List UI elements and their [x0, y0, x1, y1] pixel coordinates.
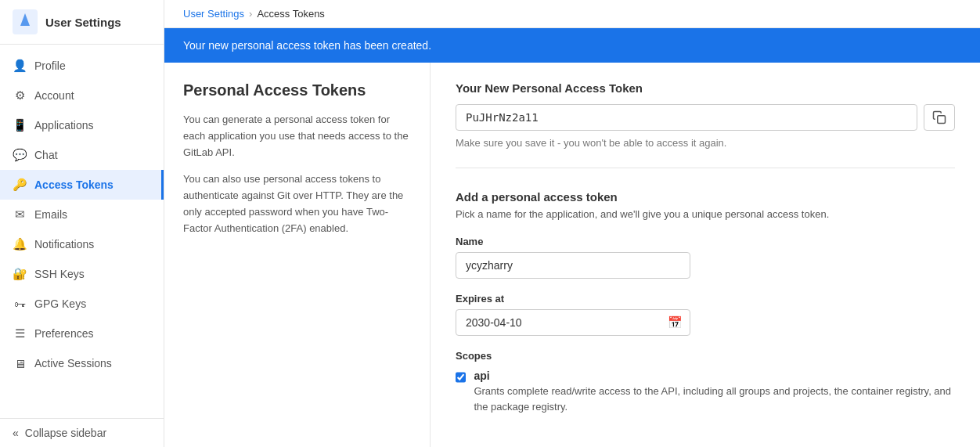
svg-rect-4: [938, 116, 946, 124]
scope-api-checkbox[interactable]: [456, 371, 466, 384]
page-heading: Personal Access Tokens: [183, 81, 411, 99]
access-tokens-icon: 🔑: [13, 178, 27, 192]
sidebar-item-notifications-label: Notifications: [34, 238, 94, 251]
success-banner: Your new personal access token has been …: [164, 28, 980, 63]
description-para1: You can generate a personal access token…: [183, 112, 411, 160]
scope-api-name: api: [474, 369, 955, 382]
scope-api-description: Grants complete read/write access to the…: [474, 384, 955, 414]
banner-message: Your new personal access token has been …: [183, 39, 431, 52]
add-token-heading: Add a personal access token: [456, 190, 955, 204]
scopes-label: Scopes: [456, 350, 955, 362]
preferences-icon: ☰: [13, 326, 27, 341]
date-wrapper: 📅: [456, 309, 690, 336]
sidebar-item-ssh-keys-label: SSH Keys: [34, 268, 85, 280]
breadcrumb-parent-link[interactable]: User Settings: [183, 8, 244, 20]
sidebar-item-emails-label: Emails: [34, 208, 67, 221]
sidebar-item-chat-label: Chat: [34, 149, 58, 161]
account-icon: ⚙: [13, 88, 27, 103]
breadcrumb-current: Access Tokens: [257, 8, 324, 20]
notifications-icon: 🔔: [13, 237, 27, 251]
token-value-input[interactable]: [456, 104, 917, 131]
sidebar-item-applications-label: Applications: [34, 119, 94, 132]
scope-api-item: api Grants complete read/write access to…: [456, 369, 955, 414]
expires-label: Expires at: [456, 293, 955, 305]
sidebar-item-notifications[interactable]: 🔔 Notifications: [0, 229, 164, 259]
copy-token-button[interactable]: [924, 104, 955, 131]
token-input-row: [456, 104, 955, 131]
copy-icon: [932, 110, 946, 124]
gpg-keys-icon: 🗝: [13, 297, 27, 311]
ssh-keys-icon: 🔐: [13, 267, 27, 281]
expires-form-group: Expires at 📅: [456, 293, 955, 336]
token-hint: Make sure you save it - you won't be abl…: [456, 137, 955, 149]
sidebar-item-account[interactable]: ⚙ Account: [0, 81, 164, 110]
right-panel: Your New Personal Access Token Make sure…: [431, 63, 980, 447]
collapse-sidebar-button[interactable]: « Collapse sidebar: [13, 427, 151, 439]
sidebar-item-profile[interactable]: 👤 Profile: [0, 51, 164, 81]
name-input[interactable]: [456, 252, 690, 279]
sidebar-title: User Settings: [45, 16, 121, 29]
sidebar-header: User Settings: [0, 0, 164, 45]
sidebar-item-ssh-keys[interactable]: 🔐 SSH Keys: [0, 259, 164, 289]
new-token-section: Your New Personal Access Token Make sure…: [456, 81, 955, 168]
description-para2: You can also use personal access tokens …: [183, 171, 411, 236]
chat-icon: 💬: [13, 148, 27, 162]
gitlab-logo: [13, 9, 38, 34]
main-content: User Settings › Access Tokens Your new p…: [164, 0, 980, 447]
new-token-heading: Your New Personal Access Token: [456, 81, 955, 95]
sidebar-footer: « Collapse sidebar: [0, 418, 164, 447]
add-token-subtitle: Pick a name for the application, and we'…: [456, 208, 955, 220]
name-label: Name: [456, 236, 955, 247]
collapse-icon: «: [13, 427, 19, 439]
sidebar-item-active-sessions-label: Active Sessions: [34, 357, 112, 369]
collapse-sidebar-label: Collapse sidebar: [25, 427, 106, 439]
scopes-form-group: Scopes api Grants complete read/write ac…: [456, 350, 955, 414]
left-panel: Personal Access Tokens You can generate …: [164, 63, 431, 447]
sidebar-item-applications[interactable]: 📱 Applications: [0, 110, 164, 140]
scope-api-details: api Grants complete read/write access to…: [474, 369, 955, 414]
applications-icon: 📱: [13, 118, 27, 132]
sidebar-item-gpg-keys[interactable]: 🗝 GPG Keys: [0, 289, 164, 319]
name-form-group: Name: [456, 236, 955, 279]
sidebar-nav: 👤 Profile ⚙ Account 📱 Applications 💬 Cha…: [0, 45, 164, 418]
sidebar-item-access-tokens[interactable]: 🔑 Access Tokens: [0, 170, 164, 200]
profile-icon: 👤: [13, 59, 27, 73]
sidebar-item-preferences[interactable]: ☰ Preferences: [0, 319, 164, 348]
sidebar-item-profile-label: Profile: [34, 59, 66, 72]
sidebar-item-gpg-keys-label: GPG Keys: [34, 297, 86, 310]
sidebar-item-chat[interactable]: 💬 Chat: [0, 140, 164, 170]
breadcrumb-separator: ›: [249, 8, 252, 20]
sidebar: User Settings 👤 Profile ⚙ Account 📱 Appl…: [0, 0, 164, 447]
sidebar-item-preferences-label: Preferences: [34, 327, 93, 340]
breadcrumb: User Settings › Access Tokens: [164, 0, 980, 28]
sidebar-item-account-label: Account: [34, 89, 74, 102]
expires-input[interactable]: [456, 309, 690, 336]
active-sessions-icon: 🖥: [13, 356, 27, 370]
emails-icon: ✉: [13, 207, 27, 222]
add-token-section: Add a personal access token Pick a name …: [456, 190, 955, 414]
sidebar-item-emails[interactable]: ✉ Emails: [0, 200, 164, 229]
content-area: Personal Access Tokens You can generate …: [164, 63, 980, 447]
sidebar-item-active-sessions[interactable]: 🖥 Active Sessions: [0, 348, 164, 378]
sidebar-item-access-tokens-label: Access Tokens: [34, 178, 113, 191]
